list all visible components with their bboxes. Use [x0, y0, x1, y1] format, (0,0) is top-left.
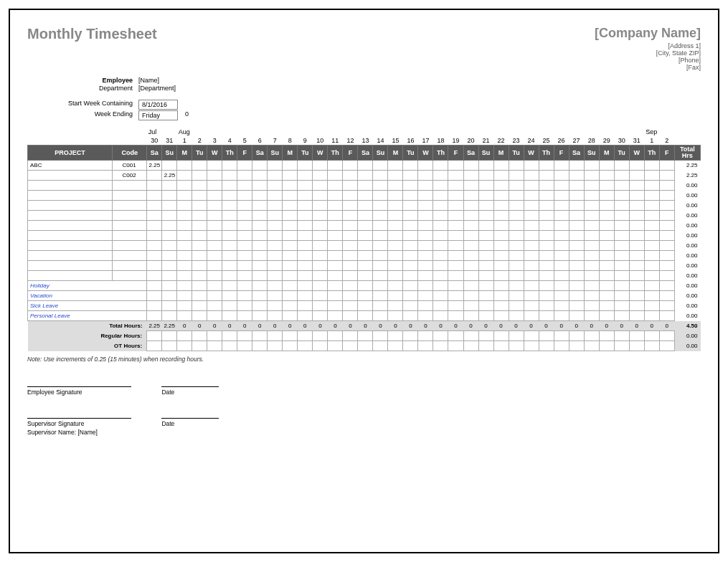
hours-cell[interactable] [493, 241, 509, 251]
hours-cell[interactable] [147, 291, 162, 301]
hours-cell[interactable] [207, 171, 222, 181]
regular-hours-cell[interactable] [524, 331, 539, 341]
regular-hours-cell[interactable] [599, 331, 614, 341]
hours-cell[interactable] [478, 261, 493, 271]
hours-cell[interactable] [614, 171, 629, 181]
project-cell[interactable] [28, 171, 113, 181]
hours-cell[interactable] [328, 171, 343, 181]
hours-cell[interactable] [283, 161, 298, 171]
ot-hours-cell[interactable] [388, 341, 403, 351]
hours-cell[interactable] [162, 231, 177, 241]
hours-cell[interactable] [509, 301, 524, 311]
hours-cell[interactable] [659, 291, 674, 301]
ot-hours-cell[interactable] [313, 341, 328, 351]
hours-cell[interactable] [373, 181, 388, 191]
hours-cell[interactable] [147, 231, 162, 241]
hours-cell[interactable] [599, 231, 614, 241]
hours-cell[interactable] [659, 251, 674, 261]
hours-cell[interactable] [283, 281, 298, 291]
hours-cell[interactable] [599, 241, 614, 251]
hours-cell[interactable] [358, 261, 373, 271]
hours-cell[interactable] [433, 261, 448, 271]
hours-cell[interactable] [463, 251, 478, 261]
hours-cell[interactable] [222, 301, 237, 311]
hours-cell[interactable] [509, 261, 524, 271]
hours-cell[interactable] [207, 181, 222, 191]
project-cell[interactable] [28, 271, 113, 281]
hours-cell[interactable] [539, 311, 554, 321]
project-cell[interactable] [28, 241, 113, 251]
hours-cell[interactable] [509, 281, 524, 291]
ot-hours-cell[interactable] [298, 341, 313, 351]
hours-cell[interactable] [584, 191, 599, 201]
project-cell[interactable] [28, 211, 113, 221]
regular-hours-cell[interactable] [343, 331, 358, 341]
hours-cell[interactable] [403, 311, 418, 321]
hours-cell[interactable] [177, 181, 192, 191]
hours-cell[interactable] [433, 271, 448, 281]
hours-cell[interactable] [569, 201, 584, 211]
hours-cell[interactable] [554, 301, 569, 311]
hours-cell[interactable] [328, 211, 343, 221]
hours-cell[interactable] [283, 251, 298, 261]
hours-cell[interactable]: 2.25 [147, 161, 162, 171]
hours-cell[interactable] [629, 261, 644, 271]
ot-hours-cell[interactable] [463, 341, 478, 351]
regular-hours-cell[interactable] [418, 331, 433, 341]
hours-cell[interactable] [388, 161, 403, 171]
hours-cell[interactable] [283, 301, 298, 311]
ot-hours-cell[interactable] [554, 341, 569, 351]
project-cell[interactable] [28, 251, 113, 261]
hours-cell[interactable] [298, 221, 313, 231]
project-cell[interactable] [28, 181, 113, 191]
hours-cell[interactable] [283, 201, 298, 211]
hours-cell[interactable] [358, 191, 373, 201]
hours-cell[interactable] [388, 221, 403, 231]
hours-cell[interactable] [268, 191, 283, 201]
hours-cell[interactable] [177, 231, 192, 241]
hours-cell[interactable] [388, 301, 403, 311]
hours-cell[interactable] [343, 271, 358, 281]
hours-cell[interactable] [493, 171, 509, 181]
hours-cell[interactable] [659, 311, 674, 321]
hours-cell[interactable] [147, 221, 162, 231]
supervisor-date-line[interactable] [161, 418, 219, 419]
hours-cell[interactable] [539, 271, 554, 281]
ot-hours-cell[interactable] [493, 341, 509, 351]
hours-cell[interactable] [147, 211, 162, 221]
hours-cell[interactable] [403, 261, 418, 271]
hours-cell[interactable] [358, 241, 373, 251]
hours-cell[interactable] [222, 181, 237, 191]
hours-cell[interactable] [268, 311, 283, 321]
hours-cell[interactable] [493, 181, 509, 191]
hours-cell[interactable] [539, 231, 554, 241]
ot-hours-cell[interactable] [222, 341, 237, 351]
hours-cell[interactable] [177, 251, 192, 261]
hours-cell[interactable] [509, 231, 524, 241]
hours-cell[interactable] [298, 261, 313, 271]
hours-cell[interactable] [418, 311, 433, 321]
hours-cell[interactable] [509, 211, 524, 221]
supervisor-signature-line[interactable] [27, 418, 131, 419]
regular-hours-cell[interactable] [177, 331, 192, 341]
hours-cell[interactable] [328, 221, 343, 231]
regular-hours-cell[interactable] [358, 331, 373, 341]
hours-cell[interactable] [433, 201, 448, 211]
hours-cell[interactable] [569, 291, 584, 301]
hours-cell[interactable] [599, 221, 614, 231]
hours-cell[interactable] [599, 281, 614, 291]
hours-cell[interactable] [418, 231, 433, 241]
hours-cell[interactable] [328, 161, 343, 171]
hours-cell[interactable] [569, 171, 584, 181]
code-cell[interactable] [113, 241, 147, 251]
hours-cell[interactable] [509, 241, 524, 251]
hours-cell[interactable] [539, 251, 554, 261]
regular-hours-cell[interactable] [539, 331, 554, 341]
hours-cell[interactable] [493, 231, 509, 241]
hours-cell[interactable] [298, 311, 313, 321]
hours-cell[interactable] [569, 301, 584, 311]
hours-cell[interactable] [493, 301, 509, 311]
hours-cell[interactable] [237, 221, 252, 231]
hours-cell[interactable] [252, 251, 268, 261]
hours-cell[interactable] [629, 251, 644, 261]
